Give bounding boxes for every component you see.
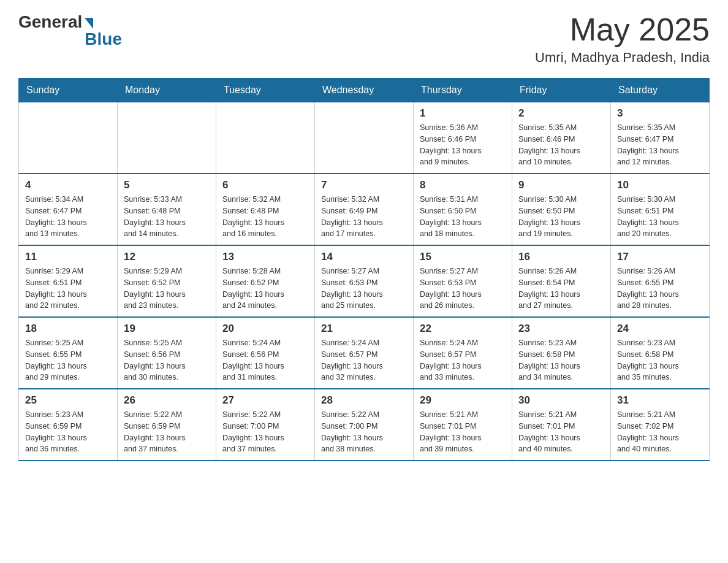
day-number: 3 — [617, 107, 703, 120]
weekday-header-thursday: Thursday — [414, 79, 512, 102]
calendar-cell — [216, 102, 315, 174]
calendar-cell: 24Sunrise: 5:23 AMSunset: 6:58 PMDayligh… — [611, 317, 710, 389]
day-number: 15 — [420, 251, 506, 263]
day-number: 1 — [420, 107, 506, 120]
day-info: Sunrise: 5:22 AMSunset: 7:00 PMDaylight:… — [222, 409, 308, 455]
day-info: Sunrise: 5:32 AMSunset: 6:49 PMDaylight:… — [321, 194, 407, 240]
location-title: Umri, Madhya Pradesh, India — [535, 50, 710, 66]
day-info: Sunrise: 5:35 AMSunset: 6:46 PMDaylight:… — [518, 122, 604, 168]
day-info: Sunrise: 5:29 AMSunset: 6:52 PMDaylight:… — [124, 266, 210, 312]
day-info: Sunrise: 5:21 AMSunset: 7:02 PMDaylight:… — [617, 409, 703, 455]
day-info: Sunrise: 5:33 AMSunset: 6:48 PMDaylight:… — [124, 194, 210, 240]
calendar-cell: 26Sunrise: 5:22 AMSunset: 6:59 PMDayligh… — [118, 389, 216, 461]
calendar-cell: 4Sunrise: 5:34 AMSunset: 6:47 PMDaylight… — [19, 174, 118, 245]
day-number: 26 — [124, 394, 210, 407]
calendar-week-row: 4Sunrise: 5:34 AMSunset: 6:47 PMDaylight… — [19, 174, 710, 245]
day-info: Sunrise: 5:26 AMSunset: 6:55 PMDaylight:… — [617, 266, 703, 312]
day-number: 29 — [420, 394, 506, 407]
day-number: 5 — [124, 179, 210, 191]
day-number: 21 — [321, 323, 407, 335]
day-number: 28 — [321, 394, 407, 407]
day-number: 6 — [222, 179, 308, 191]
calendar-cell: 23Sunrise: 5:23 AMSunset: 6:58 PMDayligh… — [512, 317, 611, 389]
day-info: Sunrise: 5:26 AMSunset: 6:54 PMDaylight:… — [518, 266, 604, 312]
day-number: 25 — [25, 394, 111, 407]
day-number: 18 — [25, 323, 111, 335]
calendar-cell: 5Sunrise: 5:33 AMSunset: 6:48 PMDaylight… — [118, 174, 216, 245]
calendar-cell: 18Sunrise: 5:25 AMSunset: 6:55 PMDayligh… — [19, 317, 118, 389]
day-number: 12 — [124, 251, 210, 263]
day-info: Sunrise: 5:25 AMSunset: 6:56 PMDaylight:… — [124, 337, 210, 383]
calendar-week-row: 18Sunrise: 5:25 AMSunset: 6:55 PMDayligh… — [19, 317, 710, 389]
calendar-cell: 14Sunrise: 5:27 AMSunset: 6:53 PMDayligh… — [315, 245, 414, 317]
day-info: Sunrise: 5:29 AMSunset: 6:51 PMDaylight:… — [25, 266, 111, 312]
calendar-cell: 10Sunrise: 5:30 AMSunset: 6:51 PMDayligh… — [611, 174, 710, 245]
day-info: Sunrise: 5:28 AMSunset: 6:52 PMDaylight:… — [222, 266, 308, 312]
calendar-cell: 27Sunrise: 5:22 AMSunset: 7:00 PMDayligh… — [216, 389, 315, 461]
day-info: Sunrise: 5:22 AMSunset: 7:00 PMDaylight:… — [321, 409, 407, 455]
day-info: Sunrise: 5:31 AMSunset: 6:50 PMDaylight:… — [420, 194, 506, 240]
day-number: 30 — [518, 394, 604, 407]
logo-blue-text: Blue — [85, 29, 122, 49]
calendar-cell: 9Sunrise: 5:30 AMSunset: 6:50 PMDaylight… — [512, 174, 611, 245]
day-number: 11 — [25, 251, 111, 263]
calendar-cell: 25Sunrise: 5:23 AMSunset: 6:59 PMDayligh… — [19, 389, 118, 461]
weekday-header-saturday: Saturday — [611, 79, 710, 102]
day-info: Sunrise: 5:30 AMSunset: 6:50 PMDaylight:… — [518, 194, 604, 240]
day-info: Sunrise: 5:21 AMSunset: 7:01 PMDaylight:… — [420, 409, 506, 455]
calendar-cell: 20Sunrise: 5:24 AMSunset: 6:56 PMDayligh… — [216, 317, 315, 389]
day-number: 16 — [518, 251, 604, 263]
day-number: 7 — [321, 179, 407, 191]
calendar-cell: 22Sunrise: 5:24 AMSunset: 6:57 PMDayligh… — [414, 317, 512, 389]
day-number: 22 — [420, 323, 506, 335]
weekday-header-monday: Monday — [118, 79, 216, 102]
calendar-table: SundayMondayTuesdayWednesdayThursdayFrid… — [18, 78, 710, 461]
day-info: Sunrise: 5:27 AMSunset: 6:53 PMDaylight:… — [321, 266, 407, 312]
calendar-cell: 31Sunrise: 5:21 AMSunset: 7:02 PMDayligh… — [611, 389, 710, 461]
day-number: 27 — [222, 394, 308, 407]
weekday-header-wednesday: Wednesday — [315, 79, 414, 102]
calendar-cell: 12Sunrise: 5:29 AMSunset: 6:52 PMDayligh… — [118, 245, 216, 317]
day-number: 8 — [420, 179, 506, 191]
day-number: 9 — [518, 179, 604, 191]
calendar-cell: 17Sunrise: 5:26 AMSunset: 6:55 PMDayligh… — [611, 245, 710, 317]
day-info: Sunrise: 5:23 AMSunset: 6:59 PMDaylight:… — [25, 409, 111, 455]
day-number: 24 — [617, 323, 703, 335]
day-info: Sunrise: 5:24 AMSunset: 6:57 PMDaylight:… — [321, 337, 407, 383]
day-info: Sunrise: 5:23 AMSunset: 6:58 PMDaylight:… — [518, 337, 604, 383]
calendar-cell: 19Sunrise: 5:25 AMSunset: 6:56 PMDayligh… — [118, 317, 216, 389]
day-number: 2 — [518, 107, 604, 120]
calendar-week-row: 25Sunrise: 5:23 AMSunset: 6:59 PMDayligh… — [19, 389, 710, 461]
calendar-cell: 21Sunrise: 5:24 AMSunset: 6:57 PMDayligh… — [315, 317, 414, 389]
day-info: Sunrise: 5:27 AMSunset: 6:53 PMDaylight:… — [420, 266, 506, 312]
day-number: 31 — [617, 394, 703, 407]
calendar-cell: 29Sunrise: 5:21 AMSunset: 7:01 PMDayligh… — [414, 389, 512, 461]
day-number: 19 — [124, 323, 210, 335]
calendar-cell — [315, 102, 414, 174]
calendar-cell: 1Sunrise: 5:36 AMSunset: 6:46 PMDaylight… — [414, 102, 512, 174]
logo-arrow-icon — [85, 18, 93, 29]
day-info: Sunrise: 5:25 AMSunset: 6:55 PMDaylight:… — [25, 337, 111, 383]
month-title: May 2025 — [535, 12, 710, 47]
weekday-header-tuesday: Tuesday — [216, 79, 315, 102]
day-info: Sunrise: 5:22 AMSunset: 6:59 PMDaylight:… — [124, 409, 210, 455]
day-info: Sunrise: 5:30 AMSunset: 6:51 PMDaylight:… — [617, 194, 703, 240]
day-number: 13 — [222, 251, 308, 263]
day-number: 4 — [25, 179, 111, 191]
day-number: 10 — [617, 179, 703, 191]
day-info: Sunrise: 5:36 AMSunset: 6:46 PMDaylight:… — [420, 122, 506, 168]
day-number: 17 — [617, 251, 703, 263]
calendar-cell: 15Sunrise: 5:27 AMSunset: 6:53 PMDayligh… — [414, 245, 512, 317]
calendar-cell: 11Sunrise: 5:29 AMSunset: 6:51 PMDayligh… — [19, 245, 118, 317]
calendar-cell: 28Sunrise: 5:22 AMSunset: 7:00 PMDayligh… — [315, 389, 414, 461]
day-info: Sunrise: 5:21 AMSunset: 7:01 PMDaylight:… — [518, 409, 604, 455]
calendar-cell: 16Sunrise: 5:26 AMSunset: 6:54 PMDayligh… — [512, 245, 611, 317]
weekday-header-row: SundayMondayTuesdayWednesdayThursdayFrid… — [19, 79, 710, 102]
calendar-cell: 30Sunrise: 5:21 AMSunset: 7:01 PMDayligh… — [512, 389, 611, 461]
page-header: General General Blue May 2025 Umri, Madh… — [18, 12, 710, 66]
calendar-cell: 13Sunrise: 5:28 AMSunset: 6:52 PMDayligh… — [216, 245, 315, 317]
weekday-header-friday: Friday — [512, 79, 611, 102]
day-number: 23 — [518, 323, 604, 335]
day-number: 20 — [222, 323, 308, 335]
day-info: Sunrise: 5:24 AMSunset: 6:57 PMDaylight:… — [420, 337, 506, 383]
